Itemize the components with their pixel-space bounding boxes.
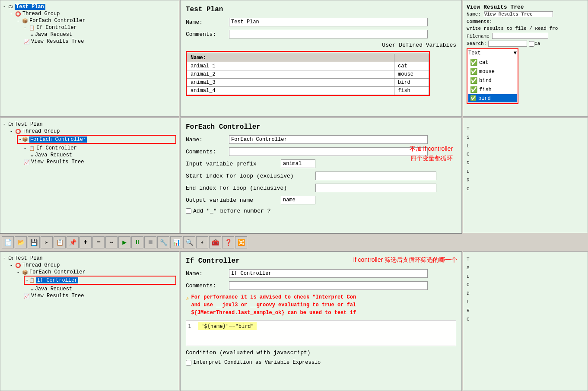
tree-item-threadgroup-top[interactable]: - ⭕ Thread Group	[10, 10, 176, 17]
testplan-label-mid[interactable]: Test Plan	[15, 121, 43, 127]
pause-button[interactable]: ⏸	[131, 236, 143, 248]
tree-item-javareq-mid[interactable]: ✏️ Java Request	[31, 152, 176, 159]
expand-foreach-bot[interactable]: -	[17, 270, 21, 275]
tree-item-threadgroup-mid[interactable]: - ⭕ Thread Group	[10, 128, 176, 135]
stop-button[interactable]: ⏹	[144, 236, 156, 248]
comments-input-mid[interactable]	[229, 147, 428, 156]
expand-ifcontroller-bot[interactable]: -	[25, 277, 29, 283]
viewresults-label-bot[interactable]: View Results Tree	[31, 293, 84, 299]
expand-testplan-top[interactable]: -	[3, 4, 7, 9]
expand-all-button[interactable]: ↔	[105, 236, 118, 248]
output-var-input[interactable]	[281, 196, 315, 204]
viewresults-label-top[interactable]: View Results Tree	[31, 38, 84, 45]
javareq-label-top[interactable]: Java Request	[35, 32, 72, 38]
testplan-label-bot[interactable]: Test Plan	[15, 255, 43, 261]
right-search-input[interactable]	[488, 41, 527, 47]
right-results-extra: T S L C D L R C	[467, 125, 584, 193]
comments-label-top: Comments:	[186, 31, 229, 38]
search-button[interactable]: 🔍	[183, 236, 195, 248]
end-index-input[interactable]	[315, 184, 436, 192]
testplan-icon-mid: 🗂	[8, 121, 13, 127]
threadgroup-label-bot[interactable]: Thread Group	[22, 262, 60, 268]
name-input-mid[interactable]	[229, 135, 428, 144]
foreach-label-top[interactable]: ForEach Controller	[29, 18, 86, 24]
threadgroup-label-top[interactable]: Thread Group	[22, 11, 60, 17]
tree-item-foreach-bot[interactable]: - 📦 ForEach Controller	[17, 269, 176, 276]
list-item-mouse[interactable]: ✅ mouse	[468, 67, 517, 76]
foreach-label-bot[interactable]: ForEach Controller	[29, 269, 86, 275]
item-label-mouse: mouse	[479, 69, 495, 75]
expand-foreach-mid[interactable]: -	[19, 136, 22, 143]
javareq-label-bot[interactable]: Java Request	[35, 286, 72, 292]
name-input-bot[interactable]	[229, 269, 428, 278]
tree-item-javareq-bot[interactable]: ✏️ Java Request	[31, 286, 176, 292]
right-filename-input[interactable]	[492, 33, 548, 39]
add-button[interactable]: +	[79, 236, 92, 248]
shutdown-button[interactable]: 🔧	[157, 236, 169, 248]
comments-input-bot[interactable]	[229, 281, 428, 290]
start-index-input[interactable]	[315, 172, 436, 180]
ifcontroller-label-top[interactable]: If Controller	[36, 25, 77, 31]
comments-input-top[interactable]	[229, 30, 428, 38]
tree-item-javareq-top[interactable]: ✏️ Java Request	[31, 31, 176, 38]
reset-button[interactable]: ⚡	[196, 236, 208, 248]
javareq-label-mid[interactable]: Java Request	[35, 152, 72, 158]
testplan-icon-top: 🗂	[8, 3, 13, 10]
copy-button[interactable]: 📋	[54, 236, 66, 248]
paste-button[interactable]: 📌	[67, 236, 79, 248]
new-button[interactable]: 📄	[2, 236, 14, 248]
expand-testplan-bot[interactable]: -	[3, 256, 7, 261]
run-button[interactable]: ▶	[118, 236, 130, 248]
expand-threadgroup-top[interactable]: -	[10, 12, 14, 16]
ifcontroller-label-bot[interactable]: If Controller	[36, 277, 79, 283]
interpret-checkbox[interactable]	[186, 360, 191, 366]
expand-threadgroup-bot[interactable]: -	[10, 263, 14, 268]
threadgroup-label-mid[interactable]: Thread Group	[22, 128, 60, 134]
open-button[interactable]: 📂	[15, 236, 27, 248]
cut-button[interactable]: ✂	[41, 236, 53, 248]
expand-testplan-mid[interactable]: -	[3, 122, 7, 127]
expand-threadgroup-mid[interactable]: -	[10, 129, 14, 134]
threadgroup-icon-mid: ⭕	[15, 129, 21, 134]
viewresults-label-mid[interactable]: View Results Tree	[31, 159, 84, 165]
extra-button[interactable]: 🔀	[235, 236, 247, 248]
function-button[interactable]: 🧰	[209, 236, 221, 248]
tree-item-ifcontroller-mid[interactable]: - 📋 If Controller	[24, 145, 176, 152]
testplan-label-top[interactable]: Test Plan	[15, 4, 45, 10]
tree-item-foreach-mid[interactable]: - 📦 ForEach Controller	[17, 135, 176, 144]
annotation-mid: 不加 if controller 四个变量都循环	[410, 144, 453, 163]
ifcontroller-label-mid[interactable]: If Controller	[36, 145, 77, 151]
tree-item-viewresults-bot[interactable]: 📈 View Results Tree	[24, 292, 176, 299]
test-plan-title: Test Plan	[186, 6, 456, 13]
right-bottom-content: T S L C D L R C	[467, 255, 584, 324]
expand-ifcontroller-top[interactable]: -	[24, 25, 28, 30]
foreach-label-mid[interactable]: ForEach Controller	[29, 137, 87, 143]
text-dropdown[interactable]: Text ▼	[468, 50, 517, 56]
clear-button[interactable]: 📊	[170, 236, 182, 248]
input-prefix-input[interactable]	[281, 159, 315, 168]
help-button[interactable]: ❓	[222, 236, 234, 248]
name-input-top[interactable]	[229, 18, 428, 26]
tree-item-threadgroup-bot[interactable]: - ⭕ Thread Group	[10, 262, 176, 269]
save-button[interactable]: 💾	[28, 236, 40, 248]
tree-item-ifcontroller-bot[interactable]: - 📋 If Controller	[24, 276, 176, 285]
tree-item-foreach-top[interactable]: - 📦 ForEach Controller	[17, 17, 176, 24]
list-item-cat[interactable]: ✅ cat	[468, 58, 517, 67]
list-item-bird[interactable]: ✅ bird	[468, 76, 517, 85]
tree-item-testplan-bot[interactable]: - 🗂 Test Plan	[3, 254, 176, 262]
remove-button[interactable]: −	[92, 236, 105, 248]
add-separator-checkbox[interactable]	[186, 208, 191, 214]
expand-ifcontroller-mid[interactable]: -	[24, 146, 28, 151]
end-index-label: End index for loop (inclusive)	[186, 185, 315, 191]
right-ca-checkbox[interactable]	[529, 41, 534, 47]
tree-item-viewresults-mid[interactable]: 📈 View Results Tree	[24, 159, 176, 165]
tree-item-ifcontroller-top[interactable]: - 📋 If Controller	[24, 24, 176, 31]
right-name-input[interactable]	[484, 11, 553, 17]
tree-item-testplan-top[interactable]: - 🗂 Test Plan	[3, 3, 176, 10]
tree-item-viewresults-top[interactable]: 📈 View Results Tree	[24, 38, 176, 45]
tree-item-testplan-mid[interactable]: - 🗂 Test Plan	[3, 121, 176, 128]
output-var-row: Output variable name	[186, 196, 456, 204]
expand-foreach-top[interactable]: -	[17, 19, 21, 23]
list-item-bird-selected[interactable]: ✅ bird	[468, 94, 517, 102]
list-item-fish[interactable]: ✅ fish	[468, 85, 517, 94]
